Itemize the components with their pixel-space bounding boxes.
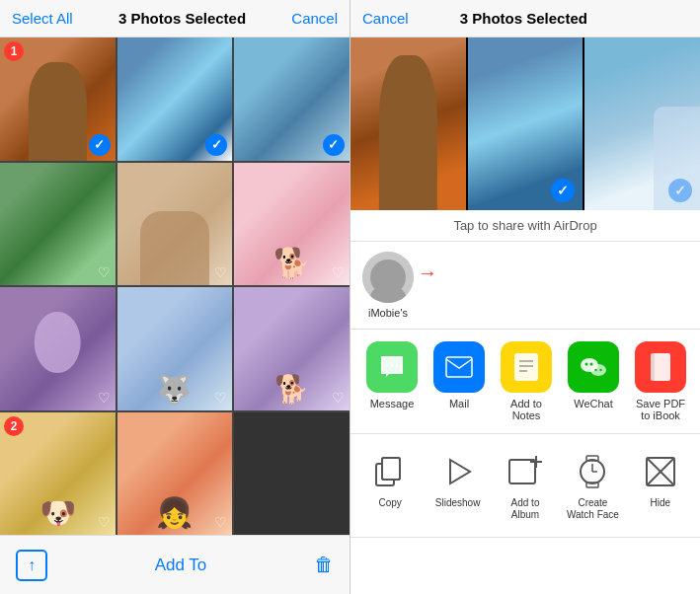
message-icon	[366, 341, 418, 393]
share-actions-row: Message Mail Add to Notes	[350, 330, 700, 434]
copy-label: Copy	[379, 497, 402, 509]
heart-icon-8: ♡	[214, 390, 227, 406]
action-ibooks[interactable]: Save PDF to iBook	[631, 341, 690, 421]
photo-cell-5[interactable]: ♡	[117, 163, 233, 286]
copy-icon	[368, 450, 412, 493]
photo-cell-4[interactable]: ♡	[0, 163, 116, 286]
strip-check-3	[668, 179, 692, 202]
svg-point-5	[396, 364, 399, 367]
photo-check-3[interactable]	[323, 134, 345, 156]
action-notes[interactable]: Add to Notes	[497, 341, 556, 421]
action-create-watchface[interactable]: Create Watch Face	[561, 444, 624, 527]
photo-cell-8[interactable]: ♡	[117, 287, 233, 410]
photo-cell-9[interactable]: ♡	[234, 287, 350, 410]
svg-point-16	[599, 369, 601, 371]
action-message[interactable]: Message	[362, 341, 422, 421]
strip-photo-2[interactable]	[468, 37, 583, 210]
mail-label: Mail	[449, 398, 469, 409]
arrow-indicator: →	[418, 261, 437, 284]
share-button[interactable]	[16, 550, 47, 581]
watchface-label: Create Watch Face	[565, 497, 620, 521]
right-cancel-button[interactable]: Cancel	[362, 10, 409, 27]
action-copy[interactable]: Copy	[358, 444, 422, 527]
notes-icon	[501, 341, 552, 393]
svg-point-13	[585, 363, 588, 366]
photo-cell-3[interactable]	[234, 37, 350, 161]
svg-point-12	[590, 364, 606, 376]
message-label: Message	[370, 398, 415, 409]
svg-point-2	[370, 285, 406, 303]
left-toolbar: Select All 3 Photos Selected Cancel	[0, 0, 350, 37]
secondary-actions-row: Copy Slideshow Add to Album	[350, 434, 700, 538]
airdrop-hint: Tap to share with AirDrop	[350, 210, 700, 242]
heart-icon-4: ♡	[98, 264, 111, 280]
action-mail[interactable]: Mail	[429, 341, 489, 421]
heart-icon-9: ♡	[332, 390, 345, 406]
hide-label: Hide	[651, 497, 671, 509]
action-hide[interactable]: Hide	[629, 444, 692, 527]
watchface-icon	[571, 450, 614, 493]
person-name: iMobie's	[368, 307, 408, 319]
person-avatar	[362, 252, 414, 303]
left-panel: Select All 3 Photos Selected Cancel 1 ♡ …	[0, 0, 350, 594]
photo-cell-7[interactable]: ♡	[0, 287, 116, 410]
svg-point-1	[377, 260, 399, 282]
hide-icon	[639, 450, 682, 493]
svg-rect-21	[382, 458, 400, 480]
photo-cell-1[interactable]: 1	[0, 37, 116, 161]
left-bottom-bar: Add To 🗑	[0, 535, 350, 594]
strip-check-2	[551, 179, 575, 202]
slideshow-icon	[436, 450, 480, 493]
selected-photos-strip	[350, 37, 700, 210]
photo-cell-10[interactable]: 2 ♡	[0, 412, 116, 536]
svg-rect-18	[651, 353, 655, 381]
add-album-icon	[504, 450, 547, 493]
heart-icon-10: ♡	[98, 514, 111, 530]
svg-rect-6	[446, 357, 472, 377]
photo-cell-2[interactable]	[117, 37, 233, 161]
svg-rect-24	[509, 460, 535, 483]
slideshow-label: Slideshow	[435, 497, 481, 509]
strip-photo-1[interactable]	[350, 37, 466, 210]
svg-point-3	[386, 364, 389, 367]
photo-cell-6[interactable]: ♡	[234, 163, 350, 286]
select-all-button[interactable]: Select All	[12, 10, 73, 27]
left-photos-selected-label: 3 Photos Selected	[118, 10, 246, 27]
add-to-button[interactable]: Add To	[155, 556, 207, 575]
svg-point-15	[594, 369, 596, 371]
action-slideshow[interactable]: Slideshow	[426, 444, 489, 527]
ibooks-label: Save PDF to iBook	[631, 398, 690, 421]
add-album-label: Add to Album	[498, 497, 553, 521]
right-panel: Cancel 3 Photos Selected Tap to share wi…	[350, 0, 700, 594]
photo-check-2[interactable]	[205, 134, 227, 156]
svg-marker-23	[450, 460, 470, 483]
svg-point-14	[590, 363, 593, 366]
airdrop-section: iMobie's →	[350, 242, 700, 330]
right-photos-selected-label: 3 Photos Selected	[460, 10, 587, 27]
wechat-icon	[568, 341, 619, 393]
heart-icon-5: ♡	[214, 264, 227, 280]
photo-check-1[interactable]	[89, 134, 111, 156]
strip-photo-3[interactable]	[584, 37, 700, 210]
photo-grid: 1 ♡ ♡ ♡ ♡ ♡ ♡ 2 ♡	[0, 37, 350, 535]
notes-label: Add to Notes	[497, 398, 556, 421]
photo-badge-1: 1	[4, 41, 24, 61]
wechat-label: WeChat	[574, 398, 613, 409]
left-cancel-button[interactable]: Cancel	[291, 10, 338, 27]
action-wechat[interactable]: WeChat	[564, 341, 623, 421]
ibooks-icon	[635, 341, 686, 393]
heart-icon-6: ♡	[332, 264, 345, 280]
photo-badge-2: 2	[4, 416, 24, 436]
right-toolbar: Cancel 3 Photos Selected	[350, 0, 700, 37]
heart-icon-11: ♡	[214, 514, 227, 530]
action-add-album[interactable]: Add to Album	[494, 444, 557, 527]
trash-button[interactable]: 🗑	[314, 554, 334, 576]
airdrop-person[interactable]: iMobie's →	[362, 252, 414, 319]
svg-rect-7	[514, 353, 538, 381]
heart-icon-7: ♡	[98, 390, 111, 406]
mail-icon	[433, 341, 485, 393]
photo-cell-12	[234, 412, 350, 536]
photo-cell-11[interactable]: ♡	[117, 412, 233, 536]
svg-point-4	[391, 364, 394, 367]
